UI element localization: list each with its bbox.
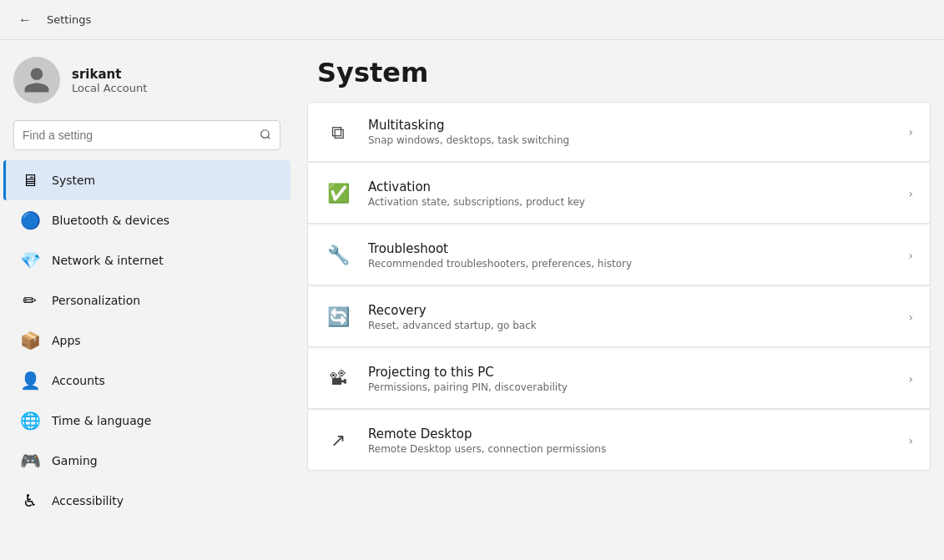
troubleshoot-icon: 🔧 (325, 242, 351, 269)
sidebar-item-label-accessibility: Accessibility (52, 494, 124, 507)
activation-desc: Activation state, subscriptions, product… (368, 196, 585, 208)
bluetooth-icon: 🔵 (20, 210, 40, 230)
gaming-icon: 🎮 (20, 451, 40, 471)
recovery-chevron: › (908, 310, 913, 324)
multitasking-title: Multitasking (368, 118, 569, 133)
network-icon: 💎 (20, 250, 40, 270)
sidebar-item-time[interactable]: 🌐Time & language (3, 401, 290, 441)
sidebar-item-label-accounts: Accounts (52, 374, 105, 387)
sidebar-item-system[interactable]: 🖥System (3, 160, 290, 200)
sidebar: srikant Local Account 🖥System🔵Bluetooth … (0, 40, 294, 560)
avatar-icon (22, 65, 52, 95)
sidebar-item-label-system: System (52, 174, 95, 187)
multitasking-chevron: › (908, 125, 913, 139)
sidebar-item-gaming[interactable]: 🎮Gaming (3, 441, 290, 481)
search-box (13, 120, 280, 150)
troubleshoot-text: TroubleshootRecommended troubleshooters,… (368, 241, 632, 270)
sidebar-item-accounts[interactable]: 👤Accounts (3, 361, 290, 401)
sidebar-item-label-network: Network & internet (52, 254, 164, 267)
remote-desktop-desc: Remote Desktop users, connection permiss… (368, 443, 606, 455)
user-profile: srikant Local Account (0, 40, 294, 117)
activation-icon: ✅ (325, 180, 351, 207)
title-bar: ← Settings (0, 0, 944, 40)
apps-icon: 📦 (20, 330, 40, 351)
projecting-chevron: › (908, 372, 913, 386)
settings-item-activation[interactable]: ✅ActivationActivation state, subscriptio… (307, 164, 931, 224)
svg-point-0 (261, 129, 269, 137)
projecting-title: Projecting to this PC (368, 365, 568, 380)
multitasking-desc: Snap windows, desktops, task switching (368, 134, 569, 146)
troubleshoot-title: Troubleshoot (368, 241, 632, 256)
sidebar-item-personalization[interactable]: ✏Personalization (3, 280, 290, 320)
settings-item-recovery[interactable]: 🔄RecoveryReset, advanced startup, go bac… (307, 287, 931, 347)
settings-item-remote-desktop[interactable]: ↗Remote DesktopRemote Desktop users, con… (307, 411, 931, 471)
sidebar-item-label-personalization: Personalization (52, 294, 140, 307)
remote-desktop-icon: ↗ (325, 427, 351, 454)
time-icon: 🌐 (20, 411, 40, 431)
settings-item-multitasking[interactable]: ⧉MultitaskingSnap windows, desktops, tas… (307, 102, 931, 162)
accessibility-icon: ♿ (20, 491, 40, 511)
projecting-desc: Permissions, pairing PIN, discoverabilit… (368, 381, 568, 393)
svg-line-1 (268, 136, 270, 139)
avatar (13, 57, 60, 103)
recovery-title: Recovery (368, 303, 537, 318)
activation-title: Activation (368, 179, 585, 194)
remote-desktop-text: Remote DesktopRemote Desktop users, conn… (368, 426, 606, 455)
recovery-desc: Reset, advanced startup, go back (368, 320, 537, 331)
sidebar-item-accessibility[interactable]: ♿Accessibility (3, 481, 290, 521)
multitasking-text: MultitaskingSnap windows, desktops, task… (368, 118, 569, 146)
main-layout: srikant Local Account 🖥System🔵Bluetooth … (0, 40, 944, 560)
sidebar-item-bluetooth[interactable]: 🔵Bluetooth & devices (3, 200, 290, 240)
sidebar-item-label-apps: Apps (52, 334, 81, 347)
sidebar-item-label-bluetooth: Bluetooth & devices (52, 214, 169, 227)
settings-item-projecting[interactable]: 📽Projecting to this PCPermissions, pairi… (307, 349, 931, 409)
search-icon (260, 129, 271, 143)
back-button[interactable]: ← (13, 8, 37, 32)
projecting-text: Projecting to this PCPermissions, pairin… (368, 365, 568, 393)
recovery-icon: 🔄 (325, 304, 351, 330)
sidebar-item-apps[interactable]: 📦Apps (3, 320, 290, 361)
settings-item-troubleshoot[interactable]: 🔧TroubleshootRecommended troubleshooters… (307, 225, 931, 285)
nav-list: 🖥System🔵Bluetooth & devices💎Network & in… (0, 160, 294, 521)
sidebar-item-network[interactable]: 💎Network & internet (3, 240, 290, 280)
search-container (0, 117, 294, 160)
user-name: srikant (72, 67, 147, 82)
accounts-icon: 👤 (20, 371, 40, 391)
troubleshoot-chevron: › (908, 249, 913, 262)
system-icon: 🖥 (20, 170, 40, 190)
sidebar-item-label-time: Time & language (52, 414, 151, 427)
user-info: srikant Local Account (72, 67, 147, 94)
remote-desktop-chevron: › (908, 434, 913, 447)
multitasking-icon: ⧉ (325, 119, 351, 145)
troubleshoot-desc: Recommended troubleshooters, preferences… (368, 258, 632, 270)
page-title: System (294, 40, 944, 102)
recovery-text: RecoveryReset, advanced startup, go back (368, 303, 537, 331)
title-bar-title: Settings (47, 13, 91, 26)
search-input[interactable] (23, 129, 253, 142)
activation-chevron: › (908, 187, 913, 200)
activation-text: ActivationActivation state, subscription… (368, 179, 585, 208)
settings-list: ⧉MultitaskingSnap windows, desktops, tas… (294, 102, 944, 471)
content-area: System ⧉MultitaskingSnap windows, deskto… (294, 40, 944, 560)
remote-desktop-title: Remote Desktop (368, 426, 606, 441)
user-account-type: Local Account (72, 82, 147, 94)
projecting-icon: 📽 (325, 366, 351, 392)
sidebar-item-label-gaming: Gaming (52, 454, 98, 467)
personalization-icon: ✏ (20, 290, 40, 310)
